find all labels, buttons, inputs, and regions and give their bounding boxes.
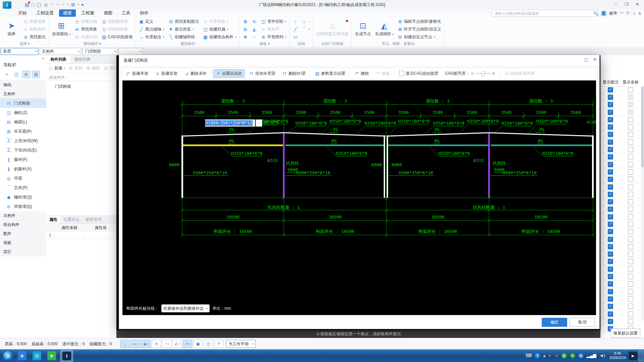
- span-annotation-select[interactable]: 柱翼缘外边到翼缘外边▾: [161, 304, 210, 312]
- ribbon-item-icon[interactable]: ╱: [293, 26, 298, 33]
- show-element-checkbox[interactable]: [608, 266, 613, 272]
- show-element-checkbox[interactable]: [608, 304, 613, 309]
- ribbon-item-创建组合构件[interactable]: ▩创建组合构件▾: [203, 34, 236, 41]
- tray-audio-device-icon[interactable]: ◄: [554, 353, 558, 358]
- show-element-checkbox[interactable]: [608, 281, 613, 287]
- ribbon-item-炸开节点细部/自定义[interactable]: ⊠炸开节点细部/自定义: [397, 26, 441, 33]
- workplane-select[interactable]: 无工作平面▾: [226, 340, 256, 348]
- nav-section-配件[interactable]: 配件: [0, 229, 46, 238]
- sidebar-item-腹杆(F)[interactable]: ∥腹杆(F): [0, 155, 46, 164]
- sidebar-item-环梁[interactable]: ◎环梁: [0, 174, 46, 183]
- dialog-resize-grip[interactable]: ⋰: [595, 324, 599, 329]
- show-element-checkbox[interactable]: [608, 259, 613, 264]
- save-icon[interactable]: ▣: [44, 2, 48, 7]
- ribbon-item-线对齐[interactable]: ≡线对齐: [261, 26, 286, 33]
- show-element-checkbox[interactable]: [608, 110, 613, 115]
- tray-g-browser-icon[interactable]: G: [578, 353, 584, 358]
- show-name-checkbox[interactable]: [628, 192, 633, 197]
- tray-expand-icon[interactable]: ▴: [543, 353, 545, 358]
- ribbon-button-生成细部[interactable]: ◭生成细部 ▾: [375, 18, 393, 41]
- ribbon-item-icon[interactable]: [302, 34, 310, 41]
- nav-close-icon[interactable]: ✕: [42, 56, 45, 61]
- ribbon-button-添加图纸[interactable]: ⊞添加图纸 ▾: [52, 18, 70, 41]
- minimize-button[interactable]: –: [611, 1, 621, 8]
- show-element-checkbox[interactable]: [608, 177, 613, 182]
- sidebar-item-螺栓球(Q)[interactable]: ◉螺栓球(Q): [0, 192, 46, 202]
- restore-defaults-button[interactable]: 恢复默认设置: [611, 328, 640, 338]
- tab-属性[interactable]: 属性: [46, 216, 60, 224]
- show-name-checkbox[interactable]: [628, 206, 633, 212]
- show-name-checkbox[interactable]: [628, 124, 633, 130]
- tab-图纸列表[interactable]: 图纸列表: [70, 55, 95, 63]
- show-element-checkbox[interactable]: [608, 251, 613, 257]
- component-tool-复制[interactable]: ⧉复制: [68, 65, 83, 71]
- add-axis-icon[interactable]: +: [3, 71, 11, 78]
- dialog-tool-校核反查列表[interactable]: ☑校核反查列表: [502, 69, 537, 78]
- ribbon-item-icon[interactable]: ↻: [252, 18, 257, 25]
- dialog-tool-添加夹层梁[interactable]: ⊓添加夹层梁: [247, 69, 278, 78]
- ribbon-item-CAD识别选项[interactable]: ▧CAD识别选项: [102, 34, 132, 41]
- show-element-checkbox[interactable]: [608, 87, 613, 93]
- tab-工具[interactable]: 工具: [118, 9, 135, 17]
- nav-section-main[interactable]: 主构件: [0, 89, 46, 99]
- table-row[interactable]: 1: [46, 232, 116, 239]
- show-name-checkbox[interactable]: [628, 296, 633, 302]
- ribbon-item-批量选择[interactable]: ⊡批量选择: [23, 18, 46, 25]
- slider-thumb[interactable]: [482, 71, 485, 76]
- ribbon-item-icon[interactable]: ⊘▾: [302, 18, 310, 25]
- nav-section-组合构件[interactable]: 组合构件: [0, 220, 46, 229]
- ribbon-item-创建自定义节点[interactable]: ⊟创建自定义节点▾: [397, 34, 441, 41]
- show-name-checkbox[interactable]: [628, 169, 633, 175]
- show-element-checkbox[interactable]: [608, 311, 613, 317]
- grid-settings-icon[interactable]: ◫: [12, 71, 20, 78]
- ribbon-item-创建辅助线[interactable]: ╲创建辅助线: [168, 34, 199, 41]
- show-name-checkbox[interactable]: [628, 289, 633, 294]
- detail-view-icon[interactable]: ▤: [32, 71, 40, 78]
- nav-section-次构件[interactable]: 次构件: [0, 211, 46, 220]
- show-element-checkbox[interactable]: [608, 132, 613, 137]
- show-name-checkbox[interactable]: [628, 102, 633, 107]
- show-name-checkbox[interactable]: [628, 184, 633, 190]
- tab-位置控点[interactable]: 位置控点: [60, 216, 83, 224]
- skin-icon[interactable]: ⌂: [633, 11, 636, 16]
- tab-工程量[interactable]: 工程量: [77, 9, 98, 17]
- show-name-checkbox[interactable]: [628, 139, 633, 145]
- rect-select-tool[interactable]: ▭▾: [131, 340, 140, 348]
- new-file-icon[interactable]: □: [32, 2, 34, 7]
- taskbar-app-gjg[interactable]: I: [60, 350, 73, 362]
- dialog-tool-设置抗风柱[interactable]: ⌖设置抗风柱: [213, 69, 245, 78]
- ribbon-item-icon[interactable]: ⧉: [243, 26, 248, 33]
- show-name-checkbox[interactable]: [628, 154, 633, 160]
- ribbon-item-icon[interactable]: ▭: [293, 34, 298, 41]
- component-search-input[interactable]: 搜索构件...: [48, 74, 115, 81]
- redo-icon[interactable]: ↷: [61, 2, 65, 7]
- help-icon[interactable]: ?·: [626, 11, 630, 16]
- list-item-门式刚架[interactable]: 门式刚架: [46, 82, 116, 91]
- ribbon-button-生成节点[interactable]: ⊡生成节点: [355, 18, 371, 41]
- tab-建模[interactable]: 建模: [59, 9, 76, 17]
- show-element-checkbox[interactable]: [608, 244, 613, 249]
- show-name-checkbox[interactable]: [628, 237, 633, 242]
- show-element-checkbox[interactable]: [608, 237, 613, 242]
- dialog-tool-撤销[interactable]: ↶撤销: [352, 69, 371, 78]
- display-panel-scrollbar[interactable]: [641, 86, 644, 321]
- ribbon-item-icon[interactable]: ⌿: [252, 34, 257, 41]
- show-element-checkbox[interactable]: [608, 117, 613, 122]
- show-name-checkbox[interactable]: [628, 147, 633, 152]
- taskbar-app-glodon-e[interactable]: e: [46, 350, 58, 361]
- show-element-checkbox[interactable]: [608, 296, 613, 302]
- show-element-checkbox[interactable]: [608, 139, 613, 145]
- ribbon-item-零件切割[interactable]: ◫零件切割▾: [261, 18, 286, 25]
- ribbon-item-设置比例[interactable]: ▤设置比例: [74, 18, 97, 25]
- ribbon-item-还原CAD[interactable]: ⊟还原CAD: [74, 34, 97, 41]
- ribbon-item-编辑节点细部/参数化[interactable]: ⊞编辑节点细部/参数化: [397, 18, 441, 25]
- dialog-tool-参数显示设置[interactable]: ▤参数显示设置: [312, 69, 347, 78]
- cancel-button[interactable]: 取消: [570, 318, 595, 327]
- tray-security-icon[interactable]: ✚: [570, 353, 575, 358]
- table-icon[interactable]: ⊞: [71, 2, 75, 7]
- show-name-checkbox[interactable]: [628, 274, 633, 279]
- ribbon-item-icon[interactable]: ⌒▾: [302, 26, 310, 33]
- component-tool-删除[interactable]: ⊠删除: [86, 65, 100, 71]
- show-element-checkbox[interactable]: [608, 154, 613, 160]
- slider-track[interactable]: [476, 73, 490, 74]
